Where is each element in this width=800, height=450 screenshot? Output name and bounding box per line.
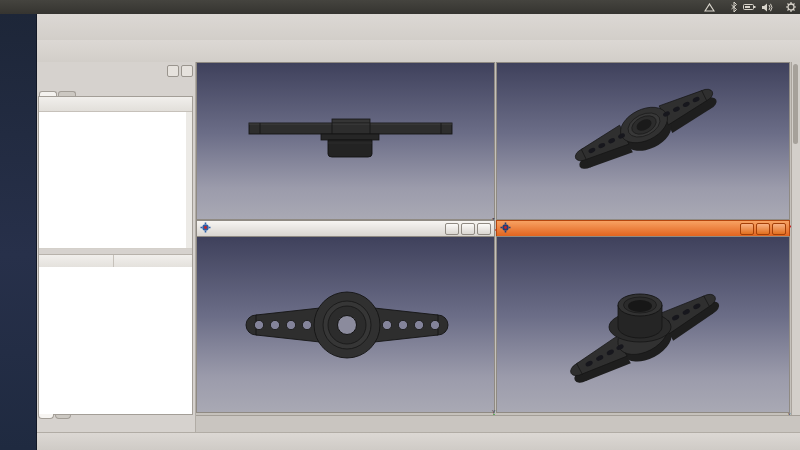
- 3d-view-top[interactable]: YZ: [196, 236, 495, 413]
- toolbar-file: [36, 14, 800, 41]
- freecad-doc-icon: [500, 222, 511, 235]
- scrollbar-thumb[interactable]: [793, 64, 798, 144]
- model-tree: [39, 112, 192, 249]
- viewport-window-3[interactable]: z: [496, 62, 790, 220]
- combo-view-header: [36, 62, 195, 78]
- session-gear-icon[interactable]: [786, 2, 796, 12]
- part-isometric-bottom-view: [497, 237, 789, 412]
- launcher: [0, 14, 37, 450]
- minimize-button[interactable]: [445, 223, 459, 235]
- window-4-titlebar[interactable]: [496, 220, 790, 236]
- maximize-button[interactable]: [756, 223, 770, 235]
- combo-view-tabs: [36, 78, 195, 96]
- mdi-tab-bar: [196, 415, 800, 433]
- maximize-button[interactable]: [461, 223, 475, 235]
- dock-float-button[interactable]: [167, 65, 179, 77]
- tab-data[interactable]: [55, 415, 71, 419]
- part-top-view: [197, 237, 494, 412]
- tab-view[interactable]: [38, 414, 54, 419]
- part-front-view: [197, 63, 494, 219]
- combo-view-body: [38, 96, 193, 415]
- volume-icon[interactable]: [762, 3, 774, 12]
- bluetooth-icon[interactable]: [731, 2, 737, 12]
- combo-view-bottom-tabs: [36, 415, 71, 432]
- part-isometric-view: [497, 63, 789, 219]
- close-button[interactable]: [772, 223, 786, 235]
- close-button[interactable]: [477, 223, 491, 235]
- battery-icon[interactable]: [743, 3, 756, 11]
- 3d-view-front[interactable]: zx: [196, 62, 495, 220]
- freecad-desktop: zx: [0, 0, 800, 450]
- system-tray: [704, 2, 800, 12]
- viewport-window-1[interactable]: zx: [196, 62, 495, 220]
- system-top-bar: [0, 0, 800, 14]
- window-2-titlebar[interactable]: [196, 220, 495, 236]
- freecad-doc-icon: [200, 222, 211, 235]
- tree-header: [39, 97, 192, 112]
- 3d-view-isometric-bottom[interactable]: xy: [496, 236, 790, 413]
- 3d-view-isometric-top[interactable]: z: [496, 62, 790, 220]
- property-table-body: [39, 267, 192, 414]
- status-bar: [36, 432, 800, 450]
- tree-scrollbar[interactable]: [186, 112, 192, 248]
- viewport-window-4[interactable]: xy: [496, 220, 790, 413]
- mdi-scrollbar[interactable]: [791, 62, 800, 415]
- viewport-window-2[interactable]: YZ: [196, 220, 495, 413]
- network-icon[interactable]: [704, 3, 715, 12]
- toolbar-part: [36, 40, 800, 63]
- dock-close-button[interactable]: [181, 65, 193, 77]
- combo-view-panel: [36, 62, 196, 432]
- mdi-area: zx: [196, 62, 800, 415]
- minimize-button[interactable]: [740, 223, 754, 235]
